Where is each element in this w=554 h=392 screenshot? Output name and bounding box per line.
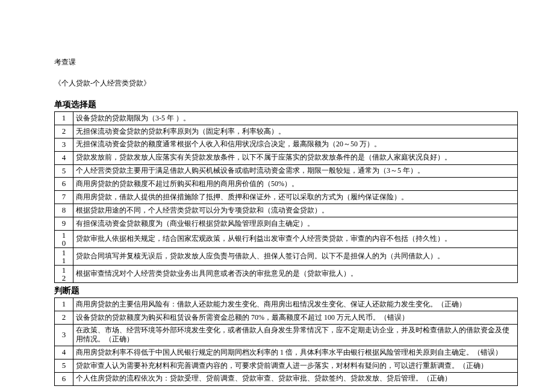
table-row: 3 在政策、市场、经营环境等外部环境发生变化，或者借款人自身发生异常情况下，应不… — [55, 324, 518, 346]
table-row: 11 贷款合同填写并复核无误后，贷款发放人应负责与借款人、担保人签订合同。以下不… — [55, 248, 518, 266]
row-text: 无担保流动资金贷款的额度通常根据个人收入和信用状况综合决定，最高限额为（20～5… — [73, 138, 518, 151]
section1-title: 单项选择题 — [54, 99, 518, 110]
row-number: 6 — [55, 372, 73, 385]
row-text: 根据贷款用途的不同，个人经营类贷款可以分为专项贷款和（流动资金贷款）。 — [73, 204, 518, 217]
row-number: 2 — [55, 311, 73, 324]
row-text: 商用房贷款的主要信用风险有：借款人还款能力发生变化、商用房出租情况发生变化、保证… — [73, 298, 518, 311]
row-number: 7 — [55, 191, 73, 204]
row-number: 6 — [55, 178, 73, 191]
row-number: 10 — [55, 231, 73, 248]
row-text: 个人经营类贷款主要用于满足借款人购买机械设备或临时流动资金需求，期限一般较短，通… — [73, 164, 518, 178]
table-row: 4 商用房贷款利率不得低于中国人民银行规定的同期同档次利率的 1 倍，具体利率水… — [55, 346, 518, 359]
row-text: 设备贷款的贷款额度为购买和租赁设备所需资金总额的 70%，最高额度不超过 100… — [73, 311, 518, 324]
row-text: 在政策、市场、经营环境等外部环境发生变化，或者借款人自身发生异常情况下，应不定期… — [73, 324, 518, 346]
row-text: 无担保流动资金贷款的贷款利率原则为（固定利率，利率较高）。 — [73, 125, 518, 138]
row-number: 12 — [55, 266, 73, 283]
table-row: 5 个人经营类贷款主要用于满足借款人购买机械设备或临时流动资金需求，期限一般较短… — [55, 164, 518, 178]
document-title: 《个人贷款-个人经营类贷款》 — [54, 78, 518, 89]
table-row: 6 商用房贷款的贷款额度不超过所购买和租用的商用房价值的（50%）。 — [55, 178, 518, 191]
row-number: 1 — [55, 298, 73, 311]
row-number: 4 — [55, 151, 73, 164]
row-number: 4 — [55, 346, 73, 359]
row-text: 贷款审批人依据相关规定，结合国家宏观政策，从银行利益出发审查个人经营类贷款，审查… — [73, 231, 518, 248]
table-row: 4 贷款发放前，贷款发放人应落实有关贷款发放条件，以下不属于应落实的贷款发放条件… — [55, 151, 518, 164]
table-row: 6 个人住房贷款的流程依次为：贷款受理、贷前调查、贷款审查、贷款审批、贷款签约、… — [55, 372, 518, 385]
judgement-table: 1 商用房贷款的主要信用风险有：借款人还款能力发生变化、商用房出租情况发生变化、… — [54, 297, 518, 386]
row-text: 商用房贷款，借款人提供的担保措施除了抵押、质押和保证外，还可以采取的方式为（履约… — [73, 191, 518, 204]
row-text: 贷款审查人认为需要补充材料和完善调查内容的，可要求贷前调查人进一步落实，对材料有… — [73, 359, 518, 372]
row-text: 根据审查情况对个人经营类贷款业务出具同意或者否决的审批意见的是（贷款审批人）。 — [73, 266, 518, 283]
table-row: 5 贷款审查人认为需要补充材料和完善调查内容的，可要求贷前调查人进一步落实，对材… — [55, 359, 518, 372]
table-row: 10 贷款审批人依据相关规定，结合国家宏观政策，从银行利益出发审查个人经营类贷款… — [55, 231, 518, 248]
row-number: 5 — [55, 359, 73, 372]
document-page: 考查课 《个人贷款-个人经营类贷款》 单项选择题 1 设备贷款的贷款期限为（3-… — [0, 0, 554, 392]
table-row: 9 有担保流动资金贷款额度为（商业银行根据贷款风险管理原则自主确定）。 — [55, 217, 518, 231]
course-label: 考查课 — [54, 57, 518, 67]
row-number: 9 — [55, 217, 73, 231]
row-text: 贷款发放前，贷款发放人应落实有关贷款发放条件，以下不属于应落实的贷款发放条件的是… — [73, 151, 518, 164]
table-row: 7 商用房贷款，借款人提供的担保措施除了抵押、质押和保证外，还可以采取的方式为（… — [55, 191, 518, 204]
table-row: 12 根据审查情况对个人经营类贷款业务出具同意或者否决的审批意见的是（贷款审批人… — [55, 266, 518, 283]
row-text: 设备贷款的贷款期限为（3-5 年 ）。 — [73, 112, 518, 125]
row-text: 有担保流动资金贷款额度为（商业银行根据贷款风险管理原则自主确定）。 — [73, 217, 518, 231]
section2-title: 判断题 — [54, 285, 518, 296]
row-number: 1 — [55, 112, 73, 125]
row-text: 商用房贷款的贷款额度不超过所购买和租用的商用房价值的（50%）。 — [73, 178, 518, 191]
row-number: 3 — [55, 324, 73, 346]
row-text: 个人住房贷款的流程依次为：贷款受理、贷前调查、贷款审查、贷款审批、贷款签约、贷款… — [73, 372, 518, 385]
table-row: 1 商用房贷款的主要信用风险有：借款人还款能力发生变化、商用房出租情况发生变化、… — [55, 298, 518, 311]
row-number: 3 — [55, 138, 73, 151]
table-row: 3 无担保流动资金贷款的额度通常根据个人收入和信用状况综合决定，最高限额为（20… — [55, 138, 518, 151]
table-row: 2 无担保流动资金贷款的贷款利率原则为（固定利率，利率较高）。 — [55, 125, 518, 138]
row-text: 贷款合同填写并复核无误后，贷款发放人应负责与借款人、担保人签订合同。以下不是担保… — [73, 248, 518, 266]
row-number: 5 — [55, 164, 73, 178]
table-row: 8 根据贷款用途的不同，个人经营类贷款可以分为专项贷款和（流动资金贷款）。 — [55, 204, 518, 217]
row-text: 商用房贷款利率不得低于中国人民银行规定的同期同档次利率的 1 倍，具体利率水平由… — [73, 346, 518, 359]
row-number: 8 — [55, 204, 73, 217]
table-row: 1 设备贷款的贷款期限为（3-5 年 ）。 — [55, 112, 518, 125]
row-number: 2 — [55, 125, 73, 138]
table-row: 2 设备贷款的贷款额度为购买和租赁设备所需资金总额的 70%，最高额度不超过 1… — [55, 311, 518, 324]
single-choice-table: 1 设备贷款的贷款期限为（3-5 年 ）。 2 无担保流动资金贷款的贷款利率原则… — [54, 111, 518, 283]
row-number: 11 — [55, 248, 73, 266]
